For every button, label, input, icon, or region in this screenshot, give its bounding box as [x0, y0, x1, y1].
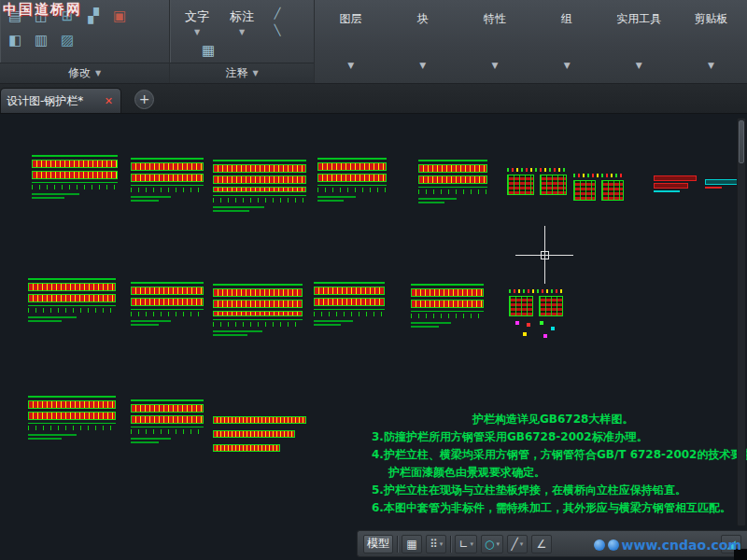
annotate-panel-text: 注释 [225, 65, 247, 81]
clipboard-panel-label: 剪贴板 [694, 11, 727, 27]
chevron-down-icon: ▼ [194, 28, 200, 36]
chevron-down-icon: ▾ [440, 540, 444, 548]
drawing-cluster [411, 284, 484, 329]
chevron-down-icon: ▾ [520, 540, 524, 548]
multileader-icon[interactable]: ╲ [269, 24, 286, 37]
ribbon-panel-groups[interactable]: 组 ▼ [531, 0, 603, 83]
dimension-button-label: 标注 [230, 8, 254, 25]
drawing-cluster [131, 399, 204, 445]
drawing-cluster [213, 284, 303, 338]
mirror-icon[interactable]: ▞ [84, 7, 103, 25]
new-tab-button[interactable]: + [134, 90, 154, 109]
chevron-down-icon: ▼ [491, 61, 498, 70]
drawing-cluster [509, 289, 563, 316]
object-snap-tracking-button[interactable]: ╱ ▾ [507, 535, 528, 553]
chevron-down-icon: ▼ [419, 61, 426, 70]
chevron-down-icon: ▼ [564, 61, 571, 70]
tab-title: 设计图-钢护栏* [7, 93, 83, 109]
modify-panel-text: 修改 [68, 65, 91, 81]
ribbon-panel-clipboard[interactable]: 剪贴板 ▼ [675, 0, 747, 83]
ribbon: ▤ ◫ ⊞ ▞ ▣ ◧ ▥ ▨ 修改 ▼ 文字 [0, 0, 747, 84]
drawing-cluster [314, 282, 385, 328]
drawing-cluster [28, 396, 116, 441]
crosshair-pickbox [541, 251, 549, 259]
ribbon-panel-properties[interactable]: 特性 ▼ [458, 0, 530, 83]
ribbon-panel-utilities[interactable]: 实用工具 ▼ [603, 0, 675, 83]
drawing-cluster [32, 155, 118, 201]
drawing-cluster [705, 179, 739, 189]
close-tab-icon[interactable]: ✕ [103, 95, 115, 107]
chevron-down-icon: ▼ [708, 61, 714, 70]
modify-panel-label[interactable]: 修改 ▼ [0, 63, 169, 83]
annotate-panel-label[interactable]: 注释 ▼ [170, 63, 314, 83]
grid-icon: ▦ [406, 538, 416, 551]
ribbon-panel-block[interactable]: 块 ▼ [387, 0, 458, 83]
groups-panel-label: 组 [561, 11, 572, 27]
drawing-cluster [418, 160, 487, 205]
note-line: 6.本图中套管为非标件，需特殊加工，其外形应与横梁方钢管相互匹配。 [372, 499, 747, 517]
tab-drawing-active[interactable]: 设计图-钢护栏* ✕ [0, 88, 121, 113]
table-icon[interactable]: ▦ [202, 42, 215, 59]
utilities-panel-label: 实用工具 [616, 11, 661, 27]
chevron-down-icon: ▼ [347, 61, 354, 70]
drawing-tab-bar: 设计图-钢护栏* ✕ + [0, 84, 747, 114]
text-button-label: 文字 [185, 8, 209, 25]
chevron-down-icon: ▾ [470, 540, 473, 548]
note-line: 5.护栏立柱在现场与立柱垫板焊接，在横桥向立柱应保持铅直。 [372, 482, 747, 499]
ribbon-panel-annotate: 文字 ▼ 标注 ▼ ╱ ╲ ▦ 注释 ▼ [170, 0, 315, 83]
layers-panel-label: 图层 [340, 11, 362, 27]
properties-panel-label: 特性 [484, 11, 506, 27]
rotate-icon[interactable]: ◧ [6, 31, 24, 49]
chevron-down-icon: ▼ [95, 69, 101, 77]
text-dropdown-button[interactable]: 文字 ▼ [179, 6, 215, 39]
chevron-down-icon: ▾ [496, 540, 500, 548]
watermark-site-logo: 中国道桥网 [3, 1, 82, 19]
fillet-icon[interactable]: ▨ [58, 31, 77, 49]
drawing-notes: 护栏构造详见GB6728大样图。 3.防撞护栏所用方钢管采用GB6728-200… [372, 411, 747, 517]
vertical-scrollbar[interactable] [737, 118, 746, 526]
dimension-dropdown-button[interactable]: 标注 ▼ [224, 6, 260, 39]
note-line: 护栏构造详见GB6728大样图。 [472, 411, 747, 428]
drawing-cluster [131, 282, 204, 328]
drawing-cluster [28, 278, 116, 324]
trim-icon[interactable]: ▥ [32, 31, 50, 49]
snap-icon: ⠿ [430, 538, 438, 551]
drawing-cluster [573, 174, 624, 201]
ortho-mode-button[interactable]: ∟ ▾ [455, 535, 477, 553]
object-snap-button[interactable]: ○ ▾ [481, 535, 503, 553]
drawing-cluster [654, 175, 697, 192]
model-space-button[interactable]: 模型 [363, 535, 393, 553]
angle-icon: ∠ [537, 538, 547, 551]
drawing-cluster [317, 158, 387, 203]
watermark-site-url: www.cndao.com [594, 538, 741, 553]
grid-display-button[interactable]: ▦ [402, 535, 422, 553]
otrack-icon: ╱ [512, 538, 518, 551]
model-button-label: 模型 [367, 536, 389, 552]
watermark-globe-icon [594, 539, 605, 551]
chevron-down-icon: ▼ [239, 28, 245, 36]
drawing-cluster [213, 416, 306, 458]
note-line: 护栏面漆颜色由景观要求确定。 [388, 464, 747, 482]
ortho-icon: ∟ [458, 538, 468, 551]
osnap-icon: ○ [485, 538, 494, 551]
drawing-cluster [131, 158, 204, 203]
drawing-canvas[interactable]: 护栏构造详见GB6728大样图。 3.防撞护栏所用方钢管采用GB6728-200… [0, 114, 747, 560]
chevron-down-icon: ▼ [636, 61, 642, 70]
snap-mode-button[interactable]: ⠿ ▾ [426, 535, 446, 553]
ribbon-panel-layers[interactable]: 图层 ▼ [315, 0, 387, 83]
cad-window: ▤ ◫ ⊞ ▞ ▣ ◧ ▥ ▨ 修改 ▼ 文字 [0, 0, 747, 560]
drawing-cluster [213, 160, 306, 214]
note-line: 4.护栏立柱、横梁均采用方钢管，方钢管符合GB/T 6728-2002的技术要求 [372, 446, 747, 464]
block-panel-label: 块 [417, 11, 429, 27]
watermark-url-text: www.cndao.com [622, 538, 741, 553]
watermark-globe-icon [608, 539, 619, 551]
drawing-cluster [507, 168, 567, 195]
quick-dimension-icon[interactable]: ╱ [269, 7, 286, 21]
erase-icon[interactable]: ▣ [110, 7, 129, 25]
statusbar-separator [397, 536, 398, 553]
chevron-down-icon: ▼ [252, 69, 258, 77]
note-line: 3.防撞护栏所用方钢管采用GB6728-2002标准办理。 [372, 428, 747, 446]
statusbar-separator [450, 536, 451, 553]
polar-tracking-button[interactable]: ∠ [531, 535, 552, 553]
scrollbar-thumb[interactable] [739, 120, 744, 163]
